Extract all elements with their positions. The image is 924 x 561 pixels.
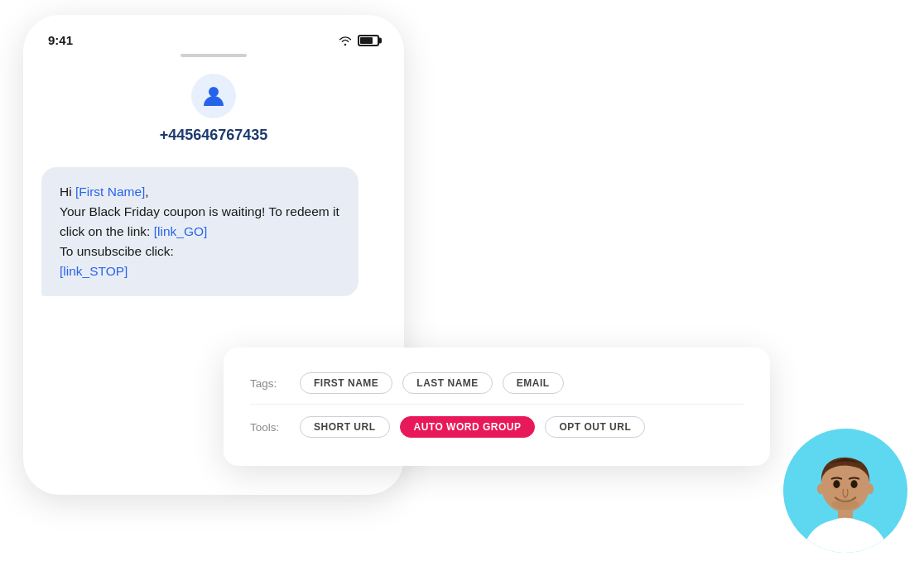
svg-point-7 bbox=[865, 483, 873, 494]
first-name-tag: [First Name] bbox=[75, 185, 145, 199]
battery-icon bbox=[358, 35, 379, 46]
contact-header: +445646767435 bbox=[41, 60, 386, 161]
svg-point-4 bbox=[851, 480, 858, 488]
person-icon bbox=[200, 83, 227, 109]
tool-opt-out-url[interactable]: OPT OUT URL bbox=[545, 416, 645, 438]
link-go-tag: [link_GO] bbox=[154, 224, 208, 238]
tag-email[interactable]: EMAIL bbox=[503, 372, 564, 394]
svg-point-3 bbox=[833, 480, 840, 488]
message-bubble: Hi [First Name], Your Black Friday coupo… bbox=[41, 167, 359, 296]
tag-last-name[interactable]: LAST NAME bbox=[402, 372, 493, 394]
message-hi: Hi bbox=[60, 185, 75, 199]
tag-first-name[interactable]: FIRST NAME bbox=[300, 372, 392, 394]
svg-point-6 bbox=[817, 483, 825, 494]
portrait-avatar bbox=[783, 429, 907, 553]
tools-row: Tools: SHORT URL AUTO WORD GROUP OPT OUT… bbox=[250, 404, 744, 444]
link-stop-tag: [link_STOP] bbox=[60, 264, 128, 278]
person-portrait-icon bbox=[792, 445, 899, 553]
status-time: 9:41 bbox=[48, 33, 73, 47]
tool-auto-word-group[interactable]: AUTO WORD GROUP bbox=[400, 416, 536, 438]
svg-point-5 bbox=[832, 499, 859, 510]
tools-panel: Tags: FIRST NAME LAST NAME EMAIL Tools: … bbox=[224, 348, 770, 466]
message-comma: , bbox=[145, 185, 148, 199]
tools-label: Tools: bbox=[250, 421, 286, 434]
tags-row: Tags: FIRST NAME LAST NAME EMAIL bbox=[250, 366, 744, 400]
svg-point-0 bbox=[209, 87, 219, 97]
tool-short-url[interactable]: SHORT URL bbox=[300, 416, 390, 438]
avatar bbox=[191, 74, 236, 118]
phone-notch bbox=[180, 54, 247, 57]
tags-label: Tags: bbox=[250, 377, 286, 390]
wifi-icon bbox=[338, 35, 353, 46]
status-bar: 9:41 bbox=[41, 30, 386, 54]
status-icons bbox=[338, 35, 379, 46]
message-unsubscribe: To unsubscibe click: bbox=[60, 244, 174, 258]
contact-number: +445646767435 bbox=[160, 127, 268, 144]
